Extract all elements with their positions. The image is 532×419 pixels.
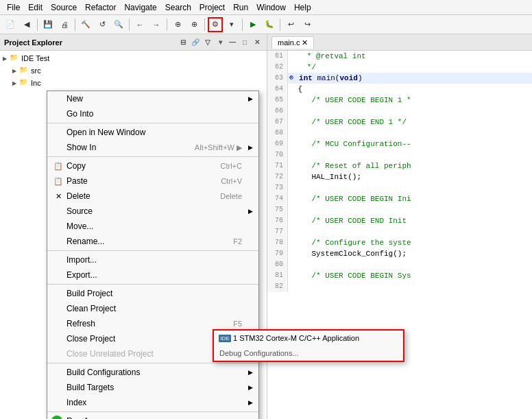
line-content-80	[288, 259, 293, 270]
submenu-debug-configs[interactable]: Debug Configurations...	[214, 346, 403, 361]
ctx-copy[interactable]: 📋 Copy Ctrl+C	[47, 158, 258, 173]
menu-source[interactable]: Source	[47, 1, 81, 14]
ctx-source[interactable]: Source	[47, 204, 258, 219]
ctx-show-in[interactable]: Show In Alt+Shift+W ▶	[47, 140, 258, 155]
ctx-showin-shortcut: Alt+Shift+W ▶	[195, 143, 253, 152]
toolbar-print[interactable]: 🖨	[57, 17, 72, 32]
menu-project[interactable]: Project	[195, 1, 229, 14]
toolbar-redo[interactable]: ↪	[300, 17, 315, 32]
line-content-76: /* USER CODE END Init	[288, 215, 407, 226]
toolbar-dropdown[interactable]: ▾	[224, 17, 239, 32]
ctx-index[interactable]: Index	[47, 395, 258, 410]
ctx-rename-icon	[53, 236, 64, 247]
ctx-clean-project[interactable]: Clean Project	[47, 301, 258, 316]
explorer-filter[interactable]: ▽	[202, 37, 213, 48]
menu-refactor[interactable]: Refactor	[81, 1, 120, 14]
code-line-68: 68	[267, 128, 532, 139]
ctx-sep2	[47, 156, 258, 157]
line-num-66: 66	[267, 106, 288, 117]
line-content-77	[288, 226, 293, 237]
explorer-link[interactable]: 🔗	[190, 37, 201, 48]
project-explorer: Project Explorer ⊟ 🔗 ▽ ▾ — □ ✕ ▶ 📁 IDE T…	[0, 34, 267, 419]
ctx-build-project[interactable]: Build Project	[47, 286, 258, 301]
tree-root-label: IDE Test	[21, 54, 49, 62]
line-num-64: 64	[267, 84, 288, 95]
menu-bar: File Edit Source Refactor Navigate Searc…	[0, 0, 532, 15]
toolbar-debug[interactable]: 🐛	[262, 17, 277, 32]
ctx-paste[interactable]: 📋 Paste Ctrl+V	[47, 173, 258, 189]
ctx-rename-shortcut: F2	[233, 237, 253, 246]
toolbar-search[interactable]: 🔍	[111, 17, 126, 32]
toolbar-arrow-prev[interactable]: ←	[132, 17, 147, 32]
code-line-73: 73	[267, 182, 532, 193]
line-num-71: 71	[267, 160, 288, 171]
code-line-70: 70	[267, 149, 532, 160]
menu-file[interactable]: File	[3, 1, 24, 14]
ctx-build-icon	[53, 288, 64, 299]
debug-as-submenu: IDE 1 STM32 Cortex-M C/C++ Application D…	[213, 329, 404, 362]
tree-node-sub1[interactable]: ▶ 📁 src	[0, 64, 267, 77]
tree-sub2-label: Inc	[31, 79, 41, 87]
ctx-build-label: Build Project	[66, 289, 112, 298]
menu-search[interactable]: Search	[161, 1, 195, 14]
explorer-menu[interactable]: ▾	[215, 37, 226, 48]
editor-tab-mainc[interactable]: main.c ✕	[271, 36, 314, 49]
code-line-82: 82	[267, 281, 532, 292]
ctx-new[interactable]: New	[47, 91, 258, 106]
toolbar-zoom[interactable]: ⊕	[170, 17, 185, 32]
ctx-sep6	[47, 411, 258, 412]
tree-node-sub2[interactable]: ▶ 📁 Inc	[0, 77, 267, 89]
toolbar-arrow-next[interactable]: →	[149, 17, 164, 32]
line-num-65: 65	[267, 95, 288, 106]
ctx-move-icon	[53, 221, 64, 232]
tree-sub1-label: src	[31, 67, 41, 75]
ctx-clean-icon	[53, 303, 64, 314]
toolbar-run[interactable]: ▶	[245, 17, 261, 32]
line-content-73	[288, 182, 293, 193]
tree-area: ▶ 📁 IDE Test ▶ 📁 src ▶ 📁 Inc	[0, 51, 267, 91]
ctx-move[interactable]: Move...	[47, 219, 258, 234]
menu-edit[interactable]: Edit	[24, 1, 47, 14]
toolbar-new[interactable]: 📄	[3, 17, 18, 32]
ide-badge: IDE	[219, 335, 230, 342]
explorer-collapse-all[interactable]: ⊟	[178, 37, 189, 48]
context-menu: New Go Into Open in New Window Show In A…	[47, 91, 259, 419]
line-content-66	[288, 106, 293, 117]
code-line-67: 67 /* USER CODE END 1 */	[267, 117, 532, 128]
ctx-run-as[interactable]: Run As	[47, 414, 258, 419]
line-num-67: 67	[267, 117, 288, 128]
menu-window[interactable]: Window	[252, 1, 290, 14]
toolbar-build[interactable]: 🔨	[78, 17, 93, 32]
ctx-import-icon	[53, 254, 64, 265]
toolbar-save[interactable]: 💾	[40, 17, 56, 32]
ctx-copy-label: Copy	[66, 161, 86, 171]
ctx-delete[interactable]: ✕ Delete Delete	[47, 189, 258, 204]
line-num-80: 80	[267, 259, 288, 270]
menu-help[interactable]: Help	[290, 1, 315, 14]
toolbar-refresh[interactable]: ↺	[95, 17, 110, 32]
ctx-open-new-window[interactable]: Open in New Window	[47, 125, 258, 140]
ctx-import[interactable]: Import...	[47, 252, 258, 267]
ctx-go-into[interactable]: Go Into	[47, 106, 258, 121]
explorer-minimize[interactable]: —	[227, 37, 238, 48]
ctx-index-label: Index	[66, 398, 86, 407]
ctx-build-targets-label: Build Targets	[66, 383, 114, 392]
toolbar-undo[interactable]: ↩	[283, 17, 298, 32]
line-num-68: 68	[267, 128, 288, 139]
menu-run[interactable]: Run	[229, 1, 252, 14]
toolbar-settings[interactable]: ⚙	[208, 17, 223, 32]
line-num-70: 70	[267, 149, 288, 160]
ctx-build-targets[interactable]: Build Targets	[47, 380, 258, 395]
ctx-rename[interactable]: Rename... F2	[47, 234, 258, 249]
explorer-close[interactable]: ✕	[252, 37, 263, 48]
submenu-stm32-app[interactable]: IDE 1 STM32 Cortex-M C/C++ Application	[214, 331, 403, 346]
toolbar-back[interactable]: ◀	[19, 17, 34, 32]
line-num-75: 75	[267, 204, 288, 215]
explorer-maximize[interactable]: □	[239, 37, 250, 48]
toolbar-zoom2[interactable]: ⊕	[186, 17, 202, 32]
line-content-81: /* USER CODE BEGIN Sys	[288, 270, 411, 281]
ctx-export[interactable]: Export...	[47, 267, 258, 283]
tree-node-ide[interactable]: ▶ 📁 IDE Test	[0, 52, 267, 64]
ctx-build-configs[interactable]: Build Configurations	[47, 365, 258, 380]
menu-navigate[interactable]: Navigate	[120, 1, 160, 14]
